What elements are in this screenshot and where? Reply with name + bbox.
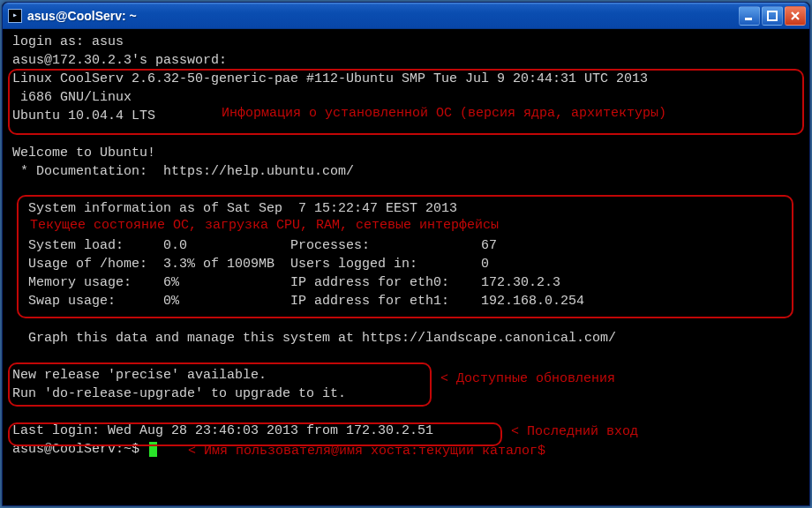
maximize-button[interactable] xyxy=(762,6,783,26)
app-window: ▸ asus@CoolServ: ~ login as: asus asus@1… xyxy=(2,2,810,506)
terminal-output[interactable]: login as: asus asus@172.30.2.3's passwor… xyxy=(5,29,807,503)
term-line: Ubuntu 10.04.4 LTS xyxy=(12,108,155,123)
window-title: asus@CoolServ: ~ xyxy=(27,9,739,23)
term-line: System load: 0.0 Processes: 67 xyxy=(12,238,497,253)
svg-rect-1 xyxy=(768,11,777,20)
term-line: Usage of /home: 3.3% of 1009MB Users log… xyxy=(12,257,489,272)
term-line: login as: asus xyxy=(12,34,124,49)
close-button[interactable] xyxy=(785,6,806,26)
cursor-block xyxy=(149,442,157,457)
minimize-icon xyxy=(744,11,755,21)
term-line: asus@172.30.2.3's password: xyxy=(12,53,227,68)
term-line: System information as of Sat Sep 7 15:22… xyxy=(12,201,457,216)
term-line: Memory usage: 6% IP address for eth0: 17… xyxy=(12,275,560,290)
term-line: Welcome to Ubuntu! xyxy=(12,146,155,161)
maximize-icon xyxy=(767,11,778,21)
prompt-line: asus@CoolServ:~$ xyxy=(12,442,147,457)
minimize-button[interactable] xyxy=(739,6,760,26)
term-line: Swap usage: 0% IP address for eth1: 192.… xyxy=(12,294,584,309)
term-line: Run 'do-release-upgrade' to upgrade to i… xyxy=(12,386,346,401)
term-line: Graph this data and manage this system a… xyxy=(12,331,616,346)
app-icon: ▸ xyxy=(8,9,22,23)
term-line: Last login: Wed Aug 28 23:46:03 2013 fro… xyxy=(12,423,433,438)
close-icon xyxy=(790,11,801,21)
term-line: New release 'precise' available. xyxy=(12,368,267,383)
term-line: Linux CoolServ 2.6.32-50-generic-pae #11… xyxy=(12,71,648,86)
term-line: i686 GNU/Linux xyxy=(12,90,132,105)
svg-rect-0 xyxy=(745,18,752,20)
window-buttons xyxy=(739,6,806,26)
term-line: * Documentation: https://help.ubuntu.com… xyxy=(12,164,354,179)
titlebar[interactable]: ▸ asus@CoolServ: ~ xyxy=(3,3,809,29)
